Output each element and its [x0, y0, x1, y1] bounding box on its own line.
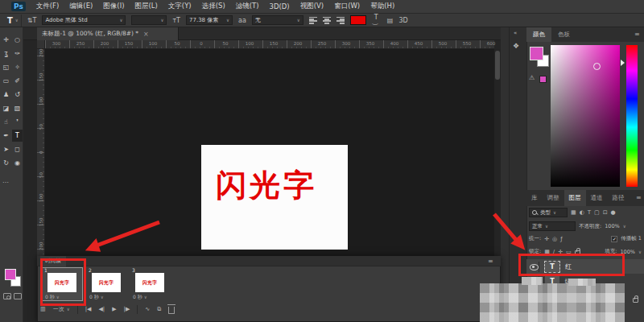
chevron-down-icon: ∨ [101, 295, 104, 299]
tool-gradient[interactable]: ▧ [12, 102, 23, 114]
menu-item-window[interactable]: 窗口(W) [334, 2, 360, 11]
align-center-icon[interactable] [323, 17, 331, 24]
tab-color[interactable]: 颜色 [526, 27, 551, 42]
tool-smudge[interactable]: ☝ [1, 116, 11, 128]
timeline-frame-2[interactable]: 2 闪光字 0 秒 ∨ [86, 268, 126, 300]
menu-item-image[interactable]: 图像(I) [103, 2, 124, 11]
scrollbar-thumb[interactable] [495, 51, 500, 80]
collapse-dock-icon[interactable]: « [514, 30, 517, 36]
tool-preset-badge[interactable]: T ∨ [5, 14, 22, 27]
foreground-color-swatch[interactable] [5, 269, 16, 280]
next-frame-button[interactable]: |▶ [124, 306, 130, 312]
menu-item-select[interactable]: 选择(S) [202, 2, 225, 11]
align-right-icon[interactable] [336, 17, 345, 24]
color-field-marker[interactable] [593, 63, 601, 70]
panel-tab-adjustments[interactable]: 调整 [543, 190, 564, 206]
panel-menu-icon[interactable]: ≡ [636, 194, 642, 201]
menu-item-type[interactable]: 文字(Y) [168, 2, 192, 11]
close-icon[interactable]: × [143, 31, 149, 38]
anti-alias-select[interactable]: 无 ∨ [252, 15, 303, 25]
menu-item-view[interactable]: 视图(V) [300, 2, 324, 11]
panel-tab-layers[interactable]: 图层 [564, 190, 586, 206]
ruler-number: 250 [316, 41, 328, 46]
panel-tab-library[interactable]: 库 [526, 190, 543, 206]
menu-item-3d[interactable]: 3D(D) [270, 2, 290, 10]
text-orientation-icon[interactable]: ⇅T [27, 17, 37, 24]
loop-count-select[interactable]: 一次 ∨ [53, 305, 70, 313]
panel-tab-channels[interactable]: 通道 [586, 190, 608, 206]
menu-item-edit[interactable]: 编辑(E) [69, 2, 93, 11]
tool-blur[interactable]: ❜ [12, 116, 23, 128]
tool-eyedropper[interactable]: ✧ [12, 61, 23, 73]
3d-button[interactable]: 3D [398, 17, 407, 24]
frame-thumbnail[interactable]: 闪光字 [92, 273, 121, 292]
menu-item-filter[interactable]: 滤镜(T) [236, 2, 259, 11]
gamut-warning-swatch[interactable] [539, 76, 547, 83]
chevron-down-icon: ∨ [553, 210, 556, 215]
text-color-swatch[interactable] [350, 15, 366, 25]
opacity-value[interactable]: 100% [605, 223, 620, 229]
canvas-artboard[interactable]: 闪光字 [201, 145, 348, 250]
collapsed-panel-icon[interactable]: ❖ [513, 42, 519, 50]
color-field[interactable] [551, 45, 620, 187]
align-left-icon[interactable] [309, 17, 317, 24]
frame-delay[interactable]: 0 秒 ∨ [133, 294, 147, 301]
panel-tab-paths[interactable]: 路径 [608, 190, 630, 206]
frame-delay[interactable]: 0 秒 ∨ [89, 294, 104, 301]
filter-toggle-icon[interactable]: ● [611, 209, 616, 216]
play-button[interactable]: ▶ [112, 306, 116, 312]
panel-menu-icon[interactable]: ≡ [634, 31, 640, 38]
tool-shape[interactable]: ◻ [12, 143, 23, 155]
unify-style-icon[interactable]: ƒ [560, 236, 562, 242]
tool-move[interactable]: ✛ [1, 34, 11, 46]
ruler-number: 550 [461, 41, 473, 46]
screen-mode-icon[interactable] [14, 293, 22, 299]
font-family-select[interactable]: Adobe 黑体 Std ∨ [42, 15, 126, 25]
tool-clone-stamp[interactable]: ♟ [1, 89, 11, 101]
tool-history-brush[interactable]: ↺ [12, 89, 23, 101]
first-frame-button[interactable]: |◀ [85, 306, 92, 312]
tool-pen[interactable]: ✒ [1, 130, 11, 142]
filter-type-icon[interactable]: T [588, 209, 591, 216]
quick-mask-icon[interactable] [3, 293, 11, 299]
propagate-checkbox[interactable]: ✓ [611, 236, 617, 242]
tool-path-select[interactable]: ➤ [1, 143, 11, 155]
delete-frame-button[interactable] [168, 307, 175, 314]
tool-frame[interactable]: ▭ [1, 75, 11, 87]
frame-thumbnail[interactable]: 闪光字 [135, 273, 164, 292]
font-style-select[interactable]: ∨ [131, 15, 167, 25]
filter-shape-icon[interactable]: ▢ [594, 209, 600, 216]
tool-eraser[interactable]: ◪ [1, 102, 11, 114]
color-foreground-swatch[interactable] [530, 47, 543, 60]
tool-marquee[interactable]: ○ [12, 34, 23, 46]
document-tab[interactable]: 未标题-1 @ 100% (红, RGB/8#) * × [37, 27, 179, 40]
unify-visibility-icon[interactable]: ◎ [552, 236, 557, 242]
tool-brush[interactable]: ✐ [12, 75, 23, 87]
convert-timeline-icon[interactable]: ▥ [40, 306, 46, 312]
filter-smart-object-icon[interactable]: ⊡ [603, 209, 608, 216]
tool-crop[interactable]: ◱ [1, 61, 11, 73]
menu-item-file[interactable]: 文件(F) [36, 2, 60, 11]
duplicate-frame-button[interactable]: ⧉ [157, 306, 161, 312]
menu-item-layer[interactable]: 图层(L) [134, 2, 157, 11]
menu-item-help[interactable]: 帮助(H) [370, 2, 394, 11]
edit-toolbar-icon[interactable]: … [2, 177, 9, 184]
prev-frame-button[interactable]: ◀| [98, 306, 105, 312]
tab-swatches[interactable]: 色板 [551, 27, 576, 42]
tool-type[interactable]: T [12, 130, 23, 142]
tool-zoom[interactable]: ◉ [12, 157, 23, 169]
warp-text-icon[interactable] [372, 15, 382, 26]
timeline-frame-3[interactable]: 3 闪光字 0 秒 ∨ [130, 268, 170, 300]
filter-adjustment-icon[interactable]: ◐ [580, 209, 584, 216]
font-size-select[interactable]: 77.38 像素 ∨ [186, 15, 233, 25]
tween-button[interactable]: ∿ [145, 306, 150, 312]
timeline-header [37, 256, 501, 266]
hue-slider[interactable] [626, 45, 638, 187]
tool-quick-select[interactable]: ✑ [12, 47, 23, 60]
hue-slider-arrow[interactable] [621, 60, 625, 66]
toggle-panels-icon[interactable]: ▤ [387, 17, 394, 24]
filter-image-icon[interactable]: ▦ [571, 209, 576, 216]
tool-rotate-view[interactable]: ↻ [1, 157, 11, 169]
unify-position-icon[interactable]: ✛ [544, 236, 549, 242]
tool-lasso[interactable]: ʓ [1, 47, 11, 60]
